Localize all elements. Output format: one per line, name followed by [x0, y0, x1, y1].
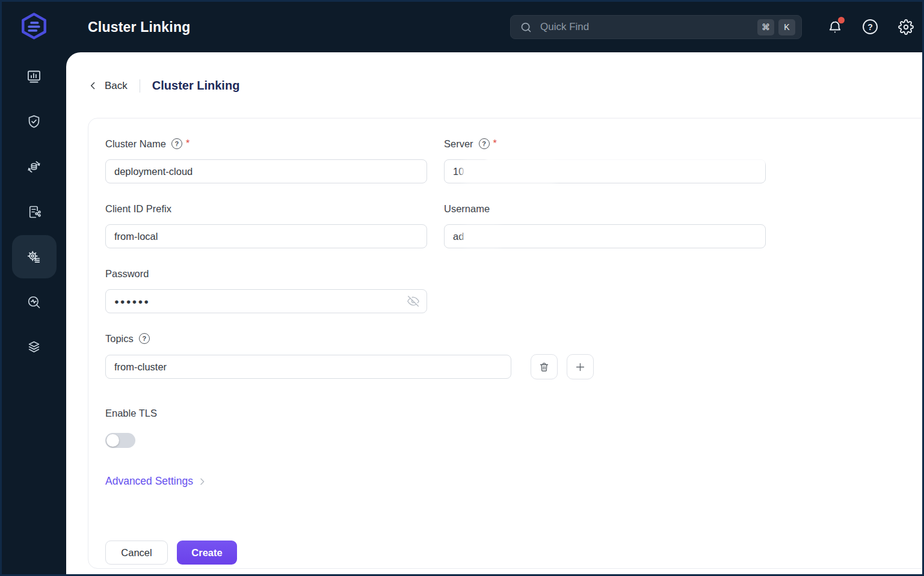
settings-gear-icon[interactable] — [898, 19, 914, 35]
password-field: Password — [105, 267, 427, 313]
client-id-prefix-label: Client ID Prefix — [105, 202, 427, 215]
dashboard-chart-icon — [26, 69, 42, 85]
breadcrumb-divider — [140, 79, 140, 93]
server-field: Server ? * — [444, 137, 766, 183]
sidebar-item-extensions[interactable] — [12, 325, 57, 369]
client-id-prefix-field: Client ID Prefix — [105, 202, 427, 248]
sidebar-item-diagnose[interactable] — [12, 280, 57, 323]
notification-dot — [838, 17, 845, 23]
sidebar-item-management[interactable] — [12, 190, 57, 233]
breadcrumb: Back Cluster Linking — [88, 79, 239, 93]
server-help-icon[interactable]: ? — [479, 138, 490, 149]
advanced-settings-label: Advanced Settings — [105, 475, 193, 488]
k-key-badge: K — [778, 19, 795, 35]
topics-label: Topics ? — [105, 332, 623, 345]
notifications-bell-icon[interactable] — [827, 19, 843, 35]
app-logo[interactable] — [2, 2, 66, 52]
enable-tls-label: Enable TLS — [105, 406, 427, 420]
required-marker: * — [493, 138, 497, 149]
diagnose-magnifier-icon — [26, 294, 42, 310]
form-actions: Cancel Create — [105, 541, 237, 565]
main-content: Back Cluster Linking Cluster Name ? * Se… — [66, 52, 922, 574]
cmd-key-badge: ⌘ — [757, 19, 774, 35]
shield-check-icon — [26, 114, 42, 130]
help-icon[interactable]: ? — [863, 19, 878, 35]
page-title: Cluster Linking — [152, 79, 240, 93]
form-card: Cluster Name ? * Server ? * — [88, 118, 922, 569]
enable-tls-toggle[interactable] — [105, 433, 135, 448]
delete-topic-button[interactable] — [531, 354, 558, 379]
chevron-left-icon — [88, 81, 98, 91]
sidebar-item-access-control[interactable] — [12, 100, 57, 143]
server-label: Server ? * — [444, 137, 766, 150]
topic-input[interactable] — [105, 355, 511, 379]
topics-help-icon[interactable]: ? — [139, 333, 150, 344]
sidebar-item-cluster-settings[interactable] — [12, 235, 57, 278]
app-title: Cluster Linking — [88, 2, 190, 52]
eye-off-icon[interactable] — [407, 295, 419, 307]
plus-icon — [574, 361, 586, 373]
back-label: Back — [105, 80, 128, 92]
sidebar-item-dashboard[interactable] — [12, 55, 57, 98]
gear-config-icon — [26, 249, 42, 265]
add-topic-button[interactable] — [567, 354, 594, 379]
left-sidebar — [2, 52, 66, 574]
cluster-name-help-icon[interactable]: ? — [171, 138, 182, 149]
emqx-hexagon-logo-icon — [18, 11, 50, 43]
layers-icon — [26, 339, 42, 355]
cluster-name-label: Cluster Name ? * — [105, 137, 427, 150]
trash-icon — [538, 361, 550, 373]
back-button[interactable]: Back — [88, 80, 128, 92]
chevron-right-icon — [197, 477, 207, 486]
required-marker: * — [186, 138, 189, 149]
enable-tls-field: Enable TLS — [105, 406, 427, 448]
search-icon — [520, 21, 532, 34]
client-id-prefix-input[interactable] — [105, 224, 427, 248]
advanced-settings-link[interactable]: Advanced Settings — [105, 475, 207, 488]
cancel-button[interactable]: Cancel — [105, 541, 168, 565]
top-header: Cluster Linking ⌘ K ? — [2, 2, 922, 52]
cluster-name-field: Cluster Name ? * — [105, 137, 427, 183]
username-input[interactable] — [444, 224, 766, 248]
server-input[interactable] — [444, 159, 766, 183]
server-share-icon — [26, 204, 42, 220]
sidebar-item-data-integration[interactable] — [12, 145, 57, 188]
data-sync-icon — [26, 159, 42, 175]
password-label: Password — [105, 267, 427, 280]
search-input[interactable] — [539, 20, 757, 34]
create-button[interactable]: Create — [177, 541, 237, 565]
username-field: Username — [444, 202, 766, 248]
cluster-name-input[interactable] — [105, 159, 427, 183]
username-label: Username — [444, 202, 766, 215]
topics-field: Topics ? — [105, 332, 623, 379]
password-input[interactable] — [105, 289, 427, 313]
quick-find-search[interactable]: ⌘ K — [510, 15, 802, 39]
toggle-knob — [106, 434, 119, 447]
